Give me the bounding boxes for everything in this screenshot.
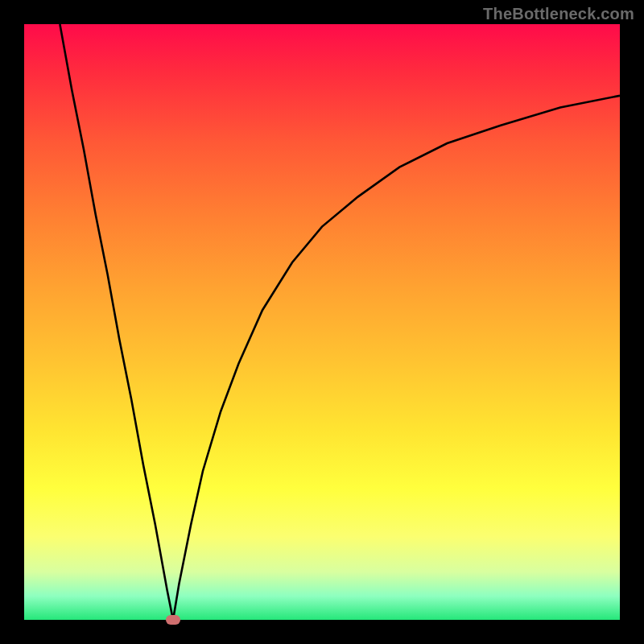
watermark-text: TheBottleneck.com [483,5,634,23]
optimum-marker [166,615,180,625]
curve-left [60,24,173,620]
curve-layer [24,24,620,620]
curve-right [173,96,620,620]
